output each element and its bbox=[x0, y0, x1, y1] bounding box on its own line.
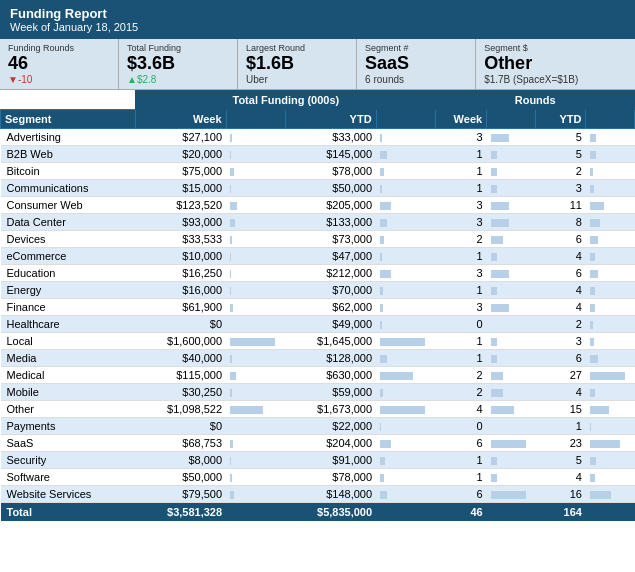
table-container: Total Funding (000s) Rounds Segment Week… bbox=[0, 90, 635, 521]
week-bar-cell bbox=[226, 197, 286, 214]
segment-name: Consumer Web bbox=[1, 197, 136, 214]
segment-name: Devices bbox=[1, 231, 136, 248]
segment-dollar-label: Segment $ bbox=[484, 43, 627, 53]
week-bar-header bbox=[226, 110, 286, 129]
table-row: SaaS $68,753 $204,000 6 23 bbox=[1, 435, 635, 452]
week-bar-cell bbox=[226, 129, 286, 146]
rounds-ytd-bar-cell bbox=[586, 350, 635, 367]
rounds-week-bar-cell bbox=[487, 282, 536, 299]
rounds-week-bar-cell bbox=[487, 469, 536, 486]
total-funding-change: ▲$2.8 bbox=[127, 74, 229, 85]
week-value: $1,600,000 bbox=[136, 333, 226, 350]
table-row: Healthcare $0 $49,000 0 2 bbox=[1, 316, 635, 333]
totals-ytd-bar bbox=[376, 503, 436, 522]
rounds-ytd-value: 5 bbox=[535, 452, 586, 469]
largest-round-value: $1.6B bbox=[246, 53, 348, 74]
rounds-week-value: 6 bbox=[436, 486, 487, 503]
ytd-value: $62,000 bbox=[286, 299, 376, 316]
totals-rounds-week-bar bbox=[487, 503, 536, 522]
ytd-bar-cell bbox=[376, 146, 436, 163]
summary-total-funding: Total Funding $3.6B ▲$2.8 bbox=[119, 39, 238, 89]
segment-name: Energy bbox=[1, 282, 136, 299]
rounds-week-bar-cell bbox=[487, 180, 536, 197]
ytd-value: $50,000 bbox=[286, 180, 376, 197]
rounds-week-bar-cell bbox=[487, 197, 536, 214]
rounds-ytd-value: 4 bbox=[535, 299, 586, 316]
funding-rounds-label: Funding Rounds bbox=[8, 43, 110, 53]
sub-header-row: Segment Week YTD Week YTD bbox=[1, 110, 635, 129]
ytd-bar-cell bbox=[376, 265, 436, 282]
rounds-ytd-value: 3 bbox=[535, 333, 586, 350]
summary-largest-round: Largest Round $1.6B Uber bbox=[238, 39, 357, 89]
rounds-week-bar-cell bbox=[487, 316, 536, 333]
rounds-ytd-bar-cell bbox=[586, 231, 635, 248]
segment-name: Medical bbox=[1, 367, 136, 384]
week-value: $27,100 bbox=[136, 129, 226, 146]
rounds-ytd-value: 23 bbox=[535, 435, 586, 452]
rounds-ytd-bar-cell bbox=[586, 129, 635, 146]
ytd-bar-cell bbox=[376, 214, 436, 231]
ytd-bar-cell bbox=[376, 180, 436, 197]
rounds-ytd-value: 4 bbox=[535, 384, 586, 401]
rounds-header: Rounds bbox=[436, 91, 635, 110]
totals-week-bar bbox=[226, 503, 286, 522]
week-bar-cell bbox=[226, 367, 286, 384]
rounds-ytd-value: 15 bbox=[535, 401, 586, 418]
ytd-value: $205,000 bbox=[286, 197, 376, 214]
week-bar-cell bbox=[226, 282, 286, 299]
table-row: Software $50,000 $78,000 1 4 bbox=[1, 469, 635, 486]
rounds-ytd-value: 4 bbox=[535, 282, 586, 299]
up-arrow-icon: ▲ bbox=[127, 74, 137, 85]
rounds-week-bar-cell bbox=[487, 163, 536, 180]
rounds-week-bar-cell bbox=[487, 248, 536, 265]
rounds-week-value: 1 bbox=[436, 248, 487, 265]
rounds-week-bar-cell bbox=[487, 367, 536, 384]
segment-name: Payments bbox=[1, 418, 136, 435]
week-value: $33,533 bbox=[136, 231, 226, 248]
summary-funding-rounds: Funding Rounds 46 ▼-10 bbox=[0, 39, 119, 89]
segment-num-label: Segment # bbox=[365, 43, 467, 53]
table-row: Media $40,000 $128,000 1 6 bbox=[1, 350, 635, 367]
rounds-week-header: Week bbox=[436, 110, 487, 129]
week-bar-cell bbox=[226, 316, 286, 333]
rounds-ytd-bar-cell bbox=[586, 197, 635, 214]
segment-dollar-note: $1.7B (SpaceX=$1B) bbox=[484, 74, 627, 85]
report-subtitle: Week of January 18, 2015 bbox=[10, 21, 625, 33]
rounds-week-value: 3 bbox=[436, 197, 487, 214]
table-row: B2B Web $20,000 $145,000 1 5 bbox=[1, 146, 635, 163]
rounds-ytd-bar-cell bbox=[586, 282, 635, 299]
rounds-week-value: 1 bbox=[436, 180, 487, 197]
rounds-ytd-value: 6 bbox=[535, 350, 586, 367]
week-bar-cell bbox=[226, 350, 286, 367]
rounds-ytd-bar-cell bbox=[586, 486, 635, 503]
table-row: eCommerce $10,000 $47,000 1 4 bbox=[1, 248, 635, 265]
week-value: $115,000 bbox=[136, 367, 226, 384]
rounds-week-value: 1 bbox=[436, 469, 487, 486]
table-row: Medical $115,000 $630,000 2 27 bbox=[1, 367, 635, 384]
ytd-bar-header bbox=[376, 110, 436, 129]
ytd-bar-cell bbox=[376, 367, 436, 384]
header: Funding Report Week of January 18, 2015 bbox=[0, 0, 635, 39]
week-value: $61,900 bbox=[136, 299, 226, 316]
rounds-ytd-bar-cell bbox=[586, 214, 635, 231]
week-value: $0 bbox=[136, 316, 226, 333]
rounds-ytd-value: 5 bbox=[535, 146, 586, 163]
rounds-ytd-bar-cell bbox=[586, 265, 635, 282]
rounds-ytd-value: 27 bbox=[535, 367, 586, 384]
segment-name: Finance bbox=[1, 299, 136, 316]
largest-round-note: Uber bbox=[246, 74, 348, 85]
table-row: Data Center $93,000 $133,000 3 8 bbox=[1, 214, 635, 231]
ytd-bar-cell bbox=[376, 486, 436, 503]
ytd-value: $145,000 bbox=[286, 146, 376, 163]
table-row: Advertising $27,100 $33,000 3 5 bbox=[1, 129, 635, 146]
week-value: $123,520 bbox=[136, 197, 226, 214]
rounds-week-value: 1 bbox=[436, 146, 487, 163]
largest-round-label: Largest Round bbox=[246, 43, 348, 53]
ytd-value: $78,000 bbox=[286, 163, 376, 180]
ytd-bar-cell bbox=[376, 163, 436, 180]
week-bar-cell bbox=[226, 401, 286, 418]
rounds-ytd-value: 6 bbox=[535, 265, 586, 282]
rounds-ytd-bar-cell bbox=[586, 452, 635, 469]
week-value: $50,000 bbox=[136, 469, 226, 486]
funding-rounds-value: 46 bbox=[8, 53, 110, 74]
